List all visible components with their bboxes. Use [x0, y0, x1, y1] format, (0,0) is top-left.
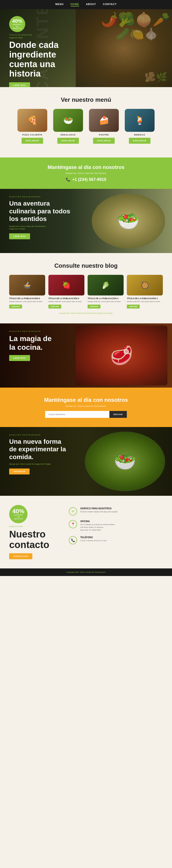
contact-badge-percent: 40% [12, 508, 24, 514]
hero-image: 🌶️🥦🧅🥕 🥒🍋🧄 🫚🌿 [76, 9, 172, 87]
contact-item-email-body: Nuestro amable equipo esta aquí para ayu… [80, 510, 118, 513]
contact-cta-button[interactable]: CONTACTAR [9, 553, 32, 559]
newsletter-email-input[interactable] [45, 411, 109, 418]
blog-card-text-3: Sample small text. Lorem ipsum dolor sit… [127, 301, 163, 303]
blog-read-more-3[interactable]: LEER MÁS [127, 305, 140, 309]
magic-content: NUESTRO RESTAURANTE La magia de la cocin… [9, 330, 60, 361]
pizza-emoji: 🍕 [18, 109, 47, 132]
newsletter-text: Sample text. Click to select the Text El… [65, 405, 107, 407]
blog-read-more-5[interactable]: LEER MÁS [48, 305, 61, 309]
contact-badge: 40% ALMUERZO DE NEGOCIOS [9, 505, 28, 523]
blog-section: Consulte nuestro blog 🍲 TÍTULO DE LA PUB… [0, 253, 172, 323]
magic-food-image: 🥩 [76, 326, 167, 385]
blog-img-4: 🥬 [88, 275, 124, 296]
contact-item-phone-title: TELÉFONO [80, 536, 107, 539]
hero-cta-button[interactable]: LEER MÁS [9, 82, 30, 87]
menu-img-ensalada: 🥗 [53, 109, 83, 132]
menu-section: Ver nuestro menú 🍕 PIZZA CALIENTE EXPLOR… [0, 87, 172, 157]
restaurant-cta-button[interactable]: LEER MÁS [9, 233, 30, 239]
menu-item-btn-pizza[interactable]: EXPLORAR [22, 138, 43, 144]
nav-about[interactable]: ABOUT [86, 3, 96, 6]
ensalada-emoji: 🥗 [53, 109, 83, 132]
restaurant-section: 🥗 NUESTRO RESTAURANTE Una aventura culin… [0, 189, 172, 253]
green-banner-text: Sample text. Click to select the Text El… [65, 172, 107, 175]
hero-section: 🌶️🥦🧅🥕 🥒🍋🧄 🫚🌿 CALIENTE 40% ALMUERZO DE NE… [0, 9, 172, 87]
contact-item-email: ✉ GRÁFICO PARA NOSOTROS Nuestro amable e… [69, 507, 163, 516]
hero-content: 40% ALMUERZO DE NEGOCIOS TÍTULO DE MUEST… [9, 16, 83, 87]
blog-img-3: 🥘 [127, 275, 163, 296]
footer: Copyright 2023. Click to select the Text… [0, 568, 172, 576]
blog-card-3: 🥘 TÍTULO DE LA PUBLICACIÓN 3 Sample smal… [127, 275, 163, 309]
menu-card-pizza: 🍕 PIZZA CALIENTE EXPLORAR [16, 109, 48, 144]
blog-section-title: Consulte nuestro blog [9, 262, 163, 269]
blog-card-title-4: TÍTULO DE LA PUBLICACIÓN 4 [88, 297, 124, 300]
newway-content: NUESTRO RESTAURANTE Una nueva forma de e… [9, 434, 66, 474]
contact-item-office-text: OFICINA Ven a saludar a la sede de nuest… [80, 520, 115, 531]
blog-footnote: Sample text. Click to select the Text El… [9, 312, 163, 314]
hero-badge: 40% ALMUERZO DE NEGOCIOS [9, 16, 25, 32]
menu-card-postre: 🍰 POSTRE EXPLORAR [88, 109, 120, 144]
contact-item-phone-body: Lunes a viernes de 8 am a 5 am [80, 539, 107, 542]
menu-grid: 🍕 PIZZA CALIENTE EXPLORAR 🥗 ENSALADAS EX… [9, 109, 163, 144]
newsletter-section: Manténgase al día con nosotros Sample te… [0, 388, 172, 427]
menu-item-btn-ensalada[interactable]: EXPLORAR [57, 138, 79, 144]
footer-text: Copyright 2023. Click to select the Text… [66, 571, 106, 573]
menu-img-bebidas: 🍹 [125, 109, 154, 132]
nav-home[interactable]: HOME [70, 3, 79, 6]
contact-right: ✉ GRÁFICO PARA NOSOTROS Nuestro amable e… [69, 505, 163, 559]
restaurant-content: NUESTRO RESTAURANTE Una aventura culinar… [9, 196, 74, 239]
hero-title: Donde cada ingrediente cuenta una histor… [9, 40, 83, 79]
contact-item-email-text: GRÁFICO PARA NOSOTROS Nuestro amable equ… [80, 507, 118, 513]
hero-img-credit: Imagen de Freepik [9, 37, 83, 38]
menu-img-pizza: 🍕 [18, 109, 47, 132]
restaurant-text: Sample text. Click to select the Text El… [9, 225, 55, 230]
location-icon: 📍 [69, 520, 77, 528]
blog-card-text-5: Sample small text. Lorem ipsum dolor sit… [48, 301, 84, 303]
newway-food-image: 🥗 [85, 432, 165, 491]
blog-card-text-4: Sample small text. Lorem ipsum dolor sit… [88, 301, 124, 303]
restaurant-title: Una aventura culinaria para todos los se… [9, 199, 74, 223]
blog-card-6: 🍲 TÍTULO DE LA PUBLICACIÓN 6 Sample smal… [9, 275, 45, 309]
blog-card-title-5: TÍTULO DE LA PUBLICACIÓN 5 [48, 297, 84, 300]
email-icon: ✉ [69, 507, 77, 516]
newsletter-title: Manténgase al día con nosotros [44, 397, 128, 403]
hero-subtitle: TÍTULO DE MUESTRA [9, 34, 83, 36]
phone-number: +1 (234) 567-8910 [72, 177, 107, 182]
menu-card-ensalada: 🥗 ENSALADAS EXPLORAR [52, 109, 84, 144]
badge-percent: 40% [12, 19, 22, 24]
magic-label: NUESTRO RESTAURANTE [9, 330, 60, 332]
contact-item-phone-text: TELÉFONO Lunes a viernes de 8 am a 5 am [80, 536, 107, 542]
blog-img-6: 🍲 [9, 275, 45, 296]
phone-icon: 📞 [66, 177, 70, 182]
menu-item-name-ensalada: ENSALADAS [61, 134, 76, 136]
contact-main-title: Nuestro contacto [9, 529, 60, 550]
newway-label: NUESTRO RESTAURANTE [9, 434, 66, 436]
magic-cta-button[interactable]: LEER MÁS [9, 355, 30, 361]
blog-card-5: 🍓 TÍTULO DE LA PUBLICACIÓN 5 Sample smal… [48, 275, 84, 309]
menu-item-btn-postre[interactable]: EXPLORAR [93, 138, 115, 144]
restaurant-food-image: 🥗 [92, 193, 165, 248]
blog-card-4: 🥬 TÍTULO DE LA PUBLICACIÓN 4 Sample smal… [88, 275, 124, 309]
newsletter-submit-button[interactable]: ENVIAR [109, 411, 127, 418]
nav-contact[interactable]: CONTACT [103, 3, 117, 6]
nav-menu[interactable]: MENU [55, 3, 63, 6]
menu-card-bebidas: 🍹 BEBIDAS EXPLORAR [124, 109, 156, 144]
contact-item-office-title: OFICINA [80, 520, 115, 523]
green-banner-title: Manténgase al día con nosotros [48, 164, 124, 170]
contact-left: 40% ALMUERZO DE NEGOCIOS Imagen de Freep… [9, 505, 60, 559]
contact-item-office: 📍 OFICINA Ven a saludar a la sede de nue… [69, 520, 163, 531]
blog-card-title-3: TÍTULO DE LA PUBLICACIÓN 3 [127, 297, 163, 300]
menu-section-title: Ver nuestro menú [9, 96, 163, 103]
badge-text: ALMUERZO DE NEGOCIOS [13, 24, 22, 29]
restaurant-label: NUESTRO RESTAURANTE [9, 196, 74, 198]
contact-item-phone: 📞 TELÉFONO Lunes a viernes de 8 am a 5 a… [69, 536, 163, 545]
newway-section: 🥗 NUESTRO RESTAURANTE Una nueva forma de… [0, 427, 172, 496]
blog-card-title-6: TÍTULO DE LA PUBLICACIÓN 6 [9, 297, 45, 300]
menu-item-btn-bebidas[interactable]: EXPLORAR [129, 138, 150, 144]
blog-read-more-6[interactable]: LEER MÁS [9, 305, 22, 309]
newway-cta-button[interactable]: ORDENAR [9, 468, 30, 474]
contact-img-credit: Imagen de Freepik [9, 526, 60, 527]
blog-grid: 🍲 TÍTULO DE LA PUBLICACIÓN 6 Sample smal… [9, 275, 163, 309]
bebidas-emoji: 🍹 [125, 109, 154, 132]
blog-read-more-4[interactable]: LEER MÁS [88, 305, 101, 309]
